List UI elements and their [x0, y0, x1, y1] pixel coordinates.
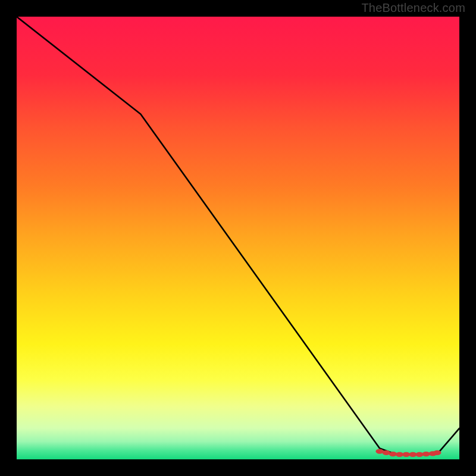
- chart-container: TheBottleneck.com: [0, 0, 476, 476]
- bottleneck-curve: [17, 17, 459, 455]
- curve-layer: [17, 17, 459, 459]
- attribution-text: TheBottleneck.com: [361, 1, 465, 15]
- data-marker: [433, 450, 441, 455]
- plot-area: [17, 17, 459, 459]
